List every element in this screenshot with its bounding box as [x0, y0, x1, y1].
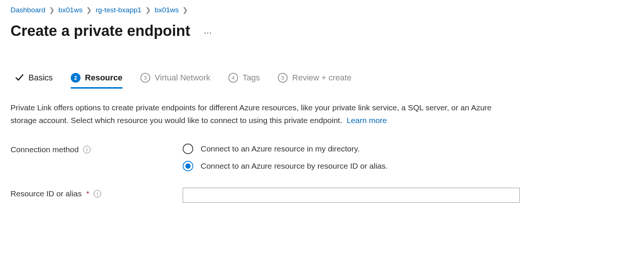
required-indicator: *	[86, 189, 89, 198]
breadcrumb-item-bx01ws-1[interactable]: bx01ws	[58, 6, 82, 14]
radio-label: Connect to an Azure resource in my direc…	[201, 144, 359, 153]
radio-connect-in-directory[interactable]: Connect to an Azure resource in my direc…	[183, 144, 520, 154]
check-icon	[14, 73, 24, 83]
radio-connect-by-resource-id[interactable]: Connect to an Azure resource by resource…	[183, 161, 520, 171]
resource-id-input[interactable]	[183, 188, 520, 203]
radio-icon	[183, 161, 193, 171]
tab-virtual-network[interactable]: 3 Virtual Network	[140, 73, 210, 88]
resource-id-label: Resource ID or alias	[10, 189, 82, 198]
wizard-steps: Basics 2 Resource 3 Virtual Network 4 Ta…	[10, 73, 634, 88]
step-number-icon: 2	[71, 73, 80, 83]
tab-label: Review + create	[292, 73, 351, 83]
learn-more-link[interactable]: Learn more	[347, 116, 387, 125]
tab-label: Virtual Network	[155, 73, 210, 83]
connection-method-radio-group: Connect to an Azure resource in my direc…	[183, 144, 520, 171]
radio-icon	[183, 144, 193, 154]
info-icon[interactable]: i	[83, 146, 91, 153]
tab-resource[interactable]: 2 Resource	[71, 73, 122, 88]
section-description: Private Link offers options to create pr…	[10, 101, 520, 126]
breadcrumb-item-rg-test-bxapp1[interactable]: rg-test-bxapp1	[95, 6, 142, 14]
step-number-icon: 4	[228, 73, 238, 83]
tab-label: Tags	[243, 73, 260, 83]
connection-method-label: Connection method	[10, 145, 79, 154]
more-actions-button[interactable]: ⋯	[201, 27, 216, 39]
info-icon[interactable]: i	[94, 190, 101, 197]
description-text: Private Link offers options to create pr…	[10, 103, 492, 125]
chevron-right-icon: ❯	[182, 6, 188, 14]
tab-tags[interactable]: 4 Tags	[228, 73, 260, 88]
step-number-icon: 3	[140, 73, 150, 83]
page-title: Create a private endpoint	[10, 22, 190, 39]
breadcrumb: Dashboard ❯ bx01ws ❯ rg-test-bxapp1 ❯ bx…	[10, 6, 634, 14]
chevron-right-icon: ❯	[86, 6, 92, 14]
tab-label: Resource	[85, 73, 122, 83]
tab-review-create[interactable]: 5 Review + create	[278, 73, 351, 88]
chevron-right-icon: ❯	[145, 6, 151, 14]
tab-label: Basics	[28, 73, 53, 83]
chevron-right-icon: ❯	[49, 6, 55, 14]
step-number-icon: 5	[278, 73, 288, 83]
breadcrumb-item-dashboard[interactable]: Dashboard	[10, 6, 45, 14]
radio-label: Connect to an Azure resource by resource…	[201, 162, 388, 171]
tab-basics[interactable]: Basics	[14, 73, 53, 88]
breadcrumb-item-bx01ws-2[interactable]: bx01ws	[155, 6, 179, 14]
